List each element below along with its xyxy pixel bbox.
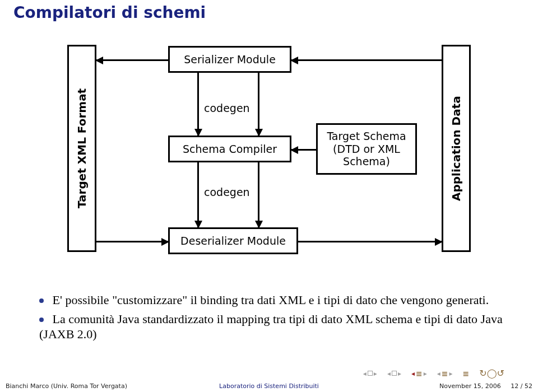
list-item: E' possibile "customizzare" il binding t… (39, 292, 516, 308)
arrow-codegen-down-top-a (197, 73, 199, 136)
bullet-icon (39, 298, 44, 303)
page-title: Compilatori di schemi (13, 3, 206, 22)
arrow-serializer-to-xml (96, 59, 168, 61)
bullet-icon (39, 318, 44, 322)
arrow-codegen-down-bottom-a (197, 162, 199, 227)
arrow-codegen-down-top-b (258, 73, 259, 136)
schema-compiler-box: Schema Compiler (168, 136, 291, 162)
arrow-schema-to-compiler (291, 149, 316, 151)
beamer-nav-controls: ◂▸ ◂▸ ◂≡▸ ◂≡▸ ≡ ↻◯↺ (363, 368, 504, 379)
target-schema-box: Target Schema (DTD or XML Schema) (316, 123, 417, 175)
nav-backforward-icon[interactable]: ↻◯↺ (479, 368, 504, 379)
nav-prev-frame[interactable]: ◂▸ (387, 370, 401, 377)
footer-page: November 15, 2006 12 / 52 (357, 382, 532, 390)
bullet-list: E' possibile "customizzare" il binding t… (39, 292, 516, 346)
arrow-codegen-down-bottom-b (258, 162, 259, 227)
footer-page-total: 52 (525, 382, 532, 390)
footer-date: November 15, 2006 (439, 382, 501, 390)
application-data-block: Application Data (442, 45, 471, 252)
bullet-text: La comunità Java standardizzato il mappi… (39, 312, 503, 342)
footer-page-current: 12 (511, 382, 518, 390)
nav-prev-section[interactable]: ◂≡▸ (411, 369, 427, 378)
slide-footer: Bianchi Marco (Univ. Roma Tor Vergata) L… (0, 381, 538, 392)
arrow-xml-to-deserializer (96, 241, 168, 242)
nav-prev-subsection[interactable]: ◂≡▸ (437, 369, 453, 378)
list-item: La comunità Java standardizzato il mappi… (39, 311, 516, 342)
arrow-deserializer-to-appdata (298, 241, 442, 242)
footer-title: Laboratorio di Sistemi Distribuiti (181, 382, 356, 390)
arrow-appdata-to-serializer (291, 59, 442, 61)
codegen-label-bottom: codegen (204, 186, 250, 198)
architecture-diagram: Target XML Format Application Data Seria… (67, 39, 471, 280)
target-xml-format-block: Target XML Format (67, 45, 96, 252)
bullet-text: E' possibile "customizzare" il binding t… (53, 293, 489, 307)
footer-author: Bianchi Marco (Univ. Roma Tor Vergata) (6, 382, 181, 390)
nav-prev-slide[interactable]: ◂▸ (363, 370, 377, 377)
serializer-module-box: Serializer Module (168, 46, 291, 73)
codegen-label-top: codegen (204, 102, 250, 114)
nav-goto-icon[interactable]: ≡ (463, 369, 470, 378)
deserializer-module-box: Deserializer Module (168, 227, 298, 254)
